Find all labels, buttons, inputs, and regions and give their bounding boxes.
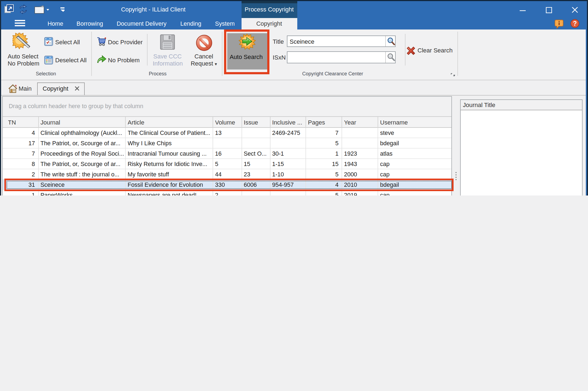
svg-text:?: ?	[573, 20, 577, 27]
